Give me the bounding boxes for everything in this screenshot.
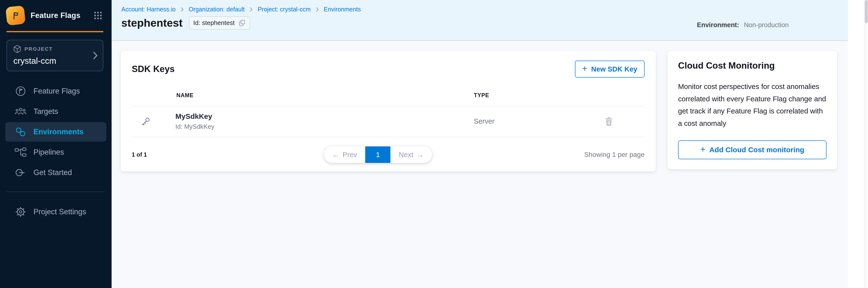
sidebar-item-label: Targets (33, 107, 58, 116)
sdk-key-name-block: MySdkKey Id: MySdkKey (176, 112, 214, 130)
pager: ← Prev 1 Next → (324, 147, 432, 163)
cloud-cost-title: Cloud Cost Monitoring (678, 61, 827, 71)
sidebar-item-pipelines[interactable]: Pipelines (0, 142, 112, 162)
sdk-key-name: MySdkKey (176, 112, 214, 121)
project-name: crystal-ccm (13, 56, 88, 66)
sidebar-item-environments[interactable]: Environments (5, 122, 106, 141)
next-label: Next (399, 151, 413, 159)
sidebar-item-project-settings[interactable]: Project Settings (0, 202, 112, 222)
product-title: Feature Flags (31, 11, 80, 20)
sdk-key-type: Server (474, 117, 494, 125)
right-gutter (848, 0, 868, 288)
sidebar-item-label: Environments (33, 128, 84, 136)
sidebar-item-targets[interactable]: Targets (0, 101, 112, 122)
next-page-button[interactable]: Next → (391, 147, 432, 163)
scrollbar[interactable] (864, 0, 868, 288)
sdk-key-id: Id: MySdkKey (176, 123, 214, 130)
breadcrumb-organization-link[interactable]: Organization: default (189, 6, 245, 13)
page-title: stephentest (121, 17, 183, 29)
column-header-name: NAME (132, 92, 474, 99)
sdk-key-type-cell: Server (474, 117, 645, 126)
add-cloud-cost-button[interactable]: + Add Cloud Cost monitoring (678, 140, 827, 159)
sidebar-logo-row: Feature Flags (0, 0, 112, 25)
pipelines-icon (14, 147, 27, 158)
page-header: Account: Harness.io Organization: defaul… (112, 0, 848, 41)
get-started-icon (14, 167, 27, 178)
environment-meta: Environment: Non-production (697, 21, 789, 29)
copy-icon[interactable] (239, 20, 246, 27)
arrow-left-icon: ← (332, 151, 339, 159)
per-page-indicator: Showing 1 per page (584, 151, 645, 159)
project-selector-header: PROJECT (13, 45, 88, 53)
new-sdk-key-button[interactable]: + New SDK Key (575, 61, 645, 77)
sidebar-item-label: Project Settings (33, 207, 86, 216)
arrow-right-icon: → (416, 151, 424, 159)
environment-id-chip[interactable]: Id: stephentest (189, 16, 250, 30)
sidebar-divider (7, 192, 105, 192)
environments-icon (14, 126, 27, 137)
chevron-right-icon (316, 7, 319, 12)
sdk-keys-title: SDK Keys (132, 64, 175, 74)
sdk-keys-panel-header: SDK Keys + New SDK Key (132, 61, 645, 77)
scrollbar-thumb[interactable] (865, 0, 868, 23)
breadcrumb-environments-link[interactable]: Environments (324, 6, 361, 13)
add-cloud-cost-label: Add Cloud Cost monitoring (709, 146, 804, 154)
sidebar-item-label: Get Started (33, 168, 72, 177)
targets-icon (14, 106, 27, 117)
pagination-bar: 1 of 1 ← Prev 1 Next → Showing 1 per pag… (132, 147, 645, 163)
content-area: SDK Keys + New SDK Key NAME TYPE (112, 41, 848, 172)
sidebar-item-label: Feature Flags (33, 87, 80, 96)
sidebar-item-feature-flags[interactable]: Feature Flags (0, 81, 112, 101)
sidebar: Feature Flags PROJECT crystal-ccm (0, 0, 112, 288)
breadcrumb: Account: Harness.io Organization: defaul… (121, 6, 848, 13)
chevron-right-icon (93, 52, 98, 60)
plus-icon: + (582, 64, 587, 73)
flag-circle-icon (14, 86, 27, 97)
project-selector[interactable]: PROJECT crystal-ccm (6, 40, 103, 71)
plus-icon: + (701, 145, 706, 154)
sdk-key-row[interactable]: MySdkKey Id: MySdkKey Server (132, 106, 645, 137)
breadcrumb-account-link[interactable]: Account: Harness.io (121, 6, 176, 13)
sidebar-nav: Feature Flags Targets Environments (0, 81, 112, 183)
prev-page-button[interactable]: ← Prev (324, 147, 365, 163)
project-label: PROJECT (25, 46, 53, 52)
trash-icon (605, 117, 613, 126)
environment-label: Environment: (697, 21, 739, 29)
delete-sdk-key-button[interactable] (605, 117, 613, 126)
cloud-cost-panel: Cloud Cost Monitoring Monitor cost persp… (668, 51, 837, 169)
environment-type-value: Non-production (744, 21, 789, 29)
flag-glyph-icon (10, 10, 21, 21)
gear-icon (14, 206, 27, 218)
sdk-keys-panel: SDK Keys + New SDK Key NAME TYPE (121, 51, 656, 172)
sdk-key-name-cell: MySdkKey Id: MySdkKey (132, 112, 474, 130)
prev-label: Prev (343, 151, 357, 159)
sidebar-item-label: Pipelines (33, 148, 64, 157)
app-switcher-grid-icon[interactable] (93, 11, 103, 20)
table-header: NAME TYPE (132, 92, 645, 106)
cube-icon (13, 45, 21, 53)
column-header-type: TYPE (474, 92, 645, 99)
pagination-count: 1 of 1 (132, 151, 147, 158)
environment-id-text: Id: stephentest (193, 19, 235, 27)
harness-feature-flags-logo[interactable] (5, 5, 26, 26)
main-area: Account: Harness.io Organization: defaul… (112, 0, 848, 288)
new-sdk-key-label: New SDK Key (591, 65, 637, 73)
chevron-right-icon (181, 7, 184, 12)
accent-divider (6, 31, 103, 32)
chevron-right-icon (249, 7, 253, 12)
sidebar-item-get-started[interactable]: Get Started (0, 162, 112, 183)
key-icon (141, 116, 151, 127)
cloud-cost-description: Monitor cost perspectives for cost anoma… (678, 81, 827, 130)
breadcrumb-project-link[interactable]: Project: crystal-ccm (258, 6, 311, 13)
page-1-button[interactable]: 1 (365, 147, 391, 163)
